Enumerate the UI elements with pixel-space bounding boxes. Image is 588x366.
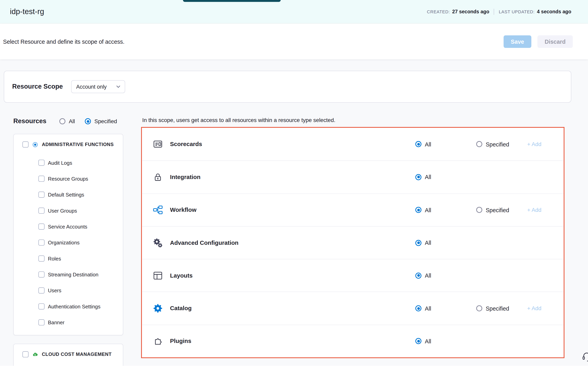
all-radio[interactable]: All bbox=[415, 240, 476, 246]
action-bar: Select Resource and define its scope of … bbox=[0, 24, 588, 59]
resource-item-row[interactable]: Recommendations bbox=[14, 365, 123, 366]
radio-icon[interactable] bbox=[476, 141, 482, 147]
resource-groups-list: ADMINISTRATIVE FUNCTIONS Audit Logs Reso… bbox=[13, 134, 123, 366]
resource-item-row[interactable]: User Groups bbox=[14, 203, 123, 219]
scope-hint: In this scope, users get access to all r… bbox=[142, 116, 565, 124]
category-name: ADMINISTRATIVE FUNCTIONS bbox=[42, 142, 114, 147]
cloud-dollar-icon: $ bbox=[32, 351, 38, 357]
gears-icon bbox=[153, 238, 163, 248]
resource-type-row: Workflow All Specified + Add bbox=[142, 193, 564, 226]
resource-item-row[interactable]: Audit Logs bbox=[14, 155, 123, 171]
resource-item-label: Audit Logs bbox=[48, 160, 72, 166]
resource-checkbox[interactable] bbox=[38, 319, 45, 326]
all-radio[interactable]: All bbox=[415, 207, 476, 213]
radio-icon[interactable] bbox=[85, 118, 91, 124]
add-button[interactable]: + Add bbox=[522, 141, 564, 147]
resource-type-row: Layouts All bbox=[142, 259, 564, 292]
radio-icon[interactable] bbox=[415, 305, 421, 312]
resource-item-label: Default Settings bbox=[48, 192, 84, 198]
all-radio[interactable]: All bbox=[415, 305, 476, 312]
add-button[interactable]: + Add bbox=[522, 305, 564, 312]
specified-radio[interactable]: Specified bbox=[476, 305, 522, 312]
category-checkbox[interactable] bbox=[23, 141, 29, 148]
resource-category-row[interactable]: ADMINISTRATIVE FUNCTIONS bbox=[14, 134, 123, 155]
add-button[interactable]: + Add bbox=[522, 207, 564, 213]
resource-item-label: Streaming Destination bbox=[48, 272, 98, 277]
radio-label: Specified bbox=[486, 207, 509, 213]
help-widget-icon[interactable] bbox=[582, 351, 588, 362]
radio-label: All bbox=[425, 338, 431, 344]
radio-icon[interactable] bbox=[476, 207, 482, 213]
resource-checkbox[interactable] bbox=[38, 208, 45, 214]
layout-icon bbox=[153, 271, 163, 281]
toolbar-actions: Save Discard bbox=[503, 35, 573, 48]
resource-scope-dropdown[interactable]: Account only bbox=[71, 80, 125, 93]
radio-icon[interactable] bbox=[415, 174, 421, 180]
radio-label: All bbox=[69, 118, 75, 124]
resource-item-label: User Groups bbox=[48, 208, 77, 214]
resources-specified-radio[interactable]: Specified bbox=[85, 118, 117, 124]
resource-item-row[interactable]: Users bbox=[14, 282, 123, 298]
specified-radio[interactable]: Specified bbox=[476, 141, 522, 147]
resource-type-name: Advanced Configuration bbox=[170, 239, 415, 246]
radio-label: Specified bbox=[486, 141, 509, 147]
radio-label: All bbox=[425, 174, 431, 180]
resource-category-row[interactable]: $ CLOUD COST MANAGEMENT bbox=[14, 344, 123, 365]
created-value: 27 seconds ago bbox=[452, 9, 489, 15]
specified-radio[interactable]: Specified bbox=[476, 207, 522, 213]
resource-item-row[interactable]: Default Settings bbox=[14, 187, 123, 202]
resource-checkbox[interactable] bbox=[38, 191, 45, 198]
resource-item-label: Resource Groups bbox=[48, 176, 88, 182]
resource-item-label: Organizations bbox=[48, 240, 79, 245]
radio-icon[interactable] bbox=[59, 118, 65, 124]
radio-icon[interactable] bbox=[415, 141, 421, 147]
resource-item-row[interactable]: Resource Groups bbox=[14, 171, 123, 187]
resource-category-card: ADMINISTRATIVE FUNCTIONS Audit Logs Reso… bbox=[13, 134, 123, 336]
all-radio[interactable]: All bbox=[415, 338, 476, 344]
resource-checkbox[interactable] bbox=[38, 176, 45, 182]
discard-button[interactable]: Discard bbox=[538, 35, 573, 48]
save-button[interactable]: Save bbox=[503, 35, 531, 48]
resource-item-row[interactable]: Authentication Settings bbox=[14, 298, 123, 314]
updated-value: 4 seconds ago bbox=[537, 9, 571, 15]
resource-checkbox[interactable] bbox=[38, 288, 45, 294]
resource-item-label: Authentication Settings bbox=[48, 304, 101, 309]
resource-item-row[interactable]: Organizations bbox=[14, 235, 123, 251]
resource-item-row[interactable]: Banner bbox=[14, 314, 123, 330]
resource-types-column: In this scope, users get access to all r… bbox=[141, 116, 565, 358]
radio-icon[interactable] bbox=[415, 207, 421, 213]
radio-label: Specified bbox=[486, 305, 509, 312]
category-name: CLOUD COST MANAGEMENT bbox=[42, 352, 111, 357]
body-grid: Resources All Specified ADMINISTRATIVE F… bbox=[0, 103, 588, 366]
resource-type-name: Catalog bbox=[170, 305, 415, 312]
all-radio[interactable]: All bbox=[415, 141, 476, 147]
updated-label: LAST UPDATED: bbox=[499, 9, 534, 14]
resource-scope-label: Resource Scope bbox=[12, 83, 63, 90]
workflow-icon bbox=[153, 205, 163, 215]
all-radio[interactable]: All bbox=[415, 174, 476, 180]
radio-icon[interactable] bbox=[476, 305, 482, 312]
resource-checkbox[interactable] bbox=[38, 256, 45, 262]
radio-icon[interactable] bbox=[415, 240, 421, 246]
resource-checkbox[interactable] bbox=[38, 303, 45, 310]
radio-icon[interactable] bbox=[415, 338, 421, 344]
resource-item-row[interactable]: Roles bbox=[14, 251, 123, 267]
resource-checkbox[interactable] bbox=[38, 239, 45, 246]
radio-label: Specified bbox=[94, 118, 117, 124]
resource-type-name: Plugins bbox=[170, 338, 415, 344]
radio-icon[interactable] bbox=[415, 273, 421, 279]
resource-checkbox[interactable] bbox=[38, 271, 45, 278]
category-checkbox[interactable] bbox=[23, 351, 29, 358]
resources-all-radio[interactable]: All bbox=[59, 118, 75, 124]
all-radio[interactable]: All bbox=[415, 272, 476, 279]
resource-item-row[interactable]: Streaming Destination bbox=[14, 267, 123, 282]
svg-text:$: $ bbox=[34, 353, 36, 356]
timestamp-divider bbox=[494, 8, 494, 15]
admin-target-icon bbox=[32, 142, 38, 147]
resource-item-row[interactable]: Service Accounts bbox=[14, 219, 123, 235]
resources-title: Resources bbox=[13, 117, 46, 125]
resource-checkbox[interactable] bbox=[38, 223, 45, 230]
resource-checkbox[interactable] bbox=[38, 160, 45, 166]
resource-item-label: Service Accounts bbox=[48, 224, 87, 229]
category-items: Audit Logs Resource Groups Default Setti… bbox=[14, 155, 123, 330]
